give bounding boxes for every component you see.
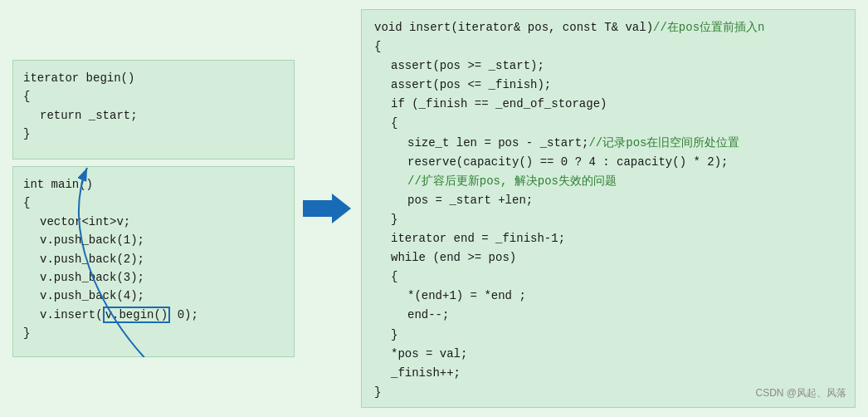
- code-line: size_t len = pos - _start;//记录pos在旧空间所处位…: [374, 134, 842, 153]
- code-line: //扩容后更新pos, 解决pos失效的问题: [374, 172, 842, 191]
- highlight-vbegin: v.begin(): [103, 307, 171, 323]
- code-line: int main(): [23, 175, 284, 194]
- code-line: void insert(iterator& pos, const T& val)…: [374, 18, 842, 37]
- code-line: end--;: [374, 306, 842, 325]
- code-line: {: [374, 267, 842, 287]
- svg-marker-1: [303, 194, 351, 223]
- code-line: vector<int>v;: [23, 213, 284, 231]
- right-code-panel: void insert(iterator& pos, const T& val)…: [361, 9, 856, 408]
- code-line: iterator end = _finish-1;: [374, 229, 842, 248]
- code-line: reserve(capacity() == 0 ? 4 : capacity()…: [374, 153, 842, 172]
- code-line: while (end >= pos): [374, 248, 842, 267]
- bottom-code-box: int main() { vector<int>v; v.push_back(1…: [12, 166, 295, 357]
- code-line: v.push_back(4);: [23, 287, 284, 305]
- code-line: }: [374, 210, 842, 229]
- code-line: return _start;: [23, 106, 284, 125]
- code-line: *pos = val;: [374, 345, 842, 364]
- code-line: {: [374, 37, 842, 56]
- top-code-box: iterator begin() { return _start; }: [12, 60, 295, 159]
- code-line: v.push_back(1);: [23, 231, 284, 249]
- right-arrow-icon: [303, 192, 353, 225]
- watermark: CSDN @风起、风落: [755, 385, 846, 402]
- code-line: assert(pos <= _finish);: [374, 76, 842, 95]
- code-line: assert(pos >= _start);: [374, 56, 842, 76]
- comment: //在pos位置前插入n: [653, 21, 764, 34]
- code-line: {: [23, 194, 284, 212]
- comment: //扩容后更新pos, 解决pos失效的问题: [407, 174, 617, 188]
- code-line: _finish++;: [374, 364, 842, 383]
- code-line: if (_finish == _end_of_storage): [374, 95, 842, 114]
- code-line: v.insert(v.begin() 0);: [23, 306, 284, 324]
- code-line: *(end+1) = *end ;: [374, 287, 842, 306]
- left-container: iterator begin() { return _start; } int …: [12, 60, 295, 357]
- arrow-area: [303, 192, 353, 225]
- code-line: iterator begin(): [23, 69, 284, 87]
- code-line: pos = _start +len;: [374, 191, 842, 210]
- code-line: {: [374, 114, 842, 133]
- code-line: v.push_back(3);: [23, 268, 284, 287]
- code-line: {: [23, 87, 284, 105]
- main-container: iterator begin() { return _start; } int …: [0, 0, 868, 417]
- code-line: }: [374, 326, 842, 345]
- code-line: }: [23, 324, 284, 342]
- code-line: }: [23, 125, 284, 143]
- code-line: v.push_back(2);: [23, 250, 284, 268]
- comment: //记录pos在旧空间所处位置: [588, 136, 739, 150]
